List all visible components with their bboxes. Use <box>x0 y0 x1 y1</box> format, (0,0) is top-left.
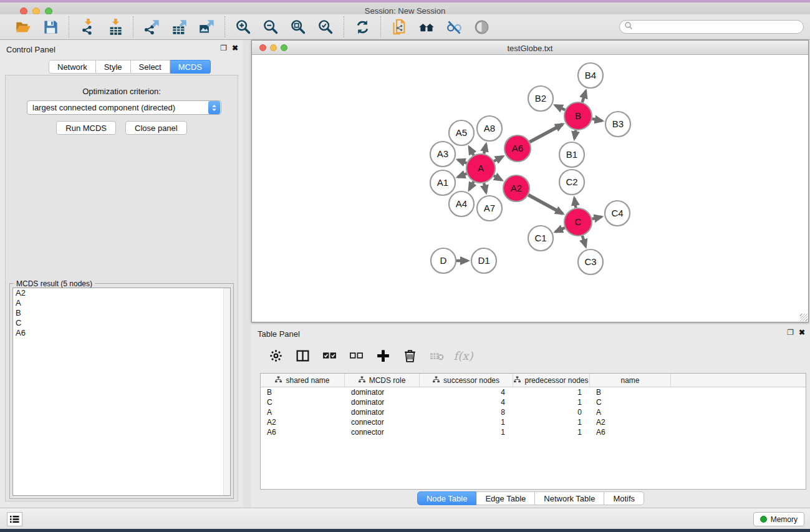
network-window-titlebar[interactable]: testGlobe.txt <box>252 41 808 55</box>
zoom-fit-icon[interactable] <box>289 17 307 36</box>
network-canvas[interactable]: B4B2BB3A8A5A6A3B1AA1C2A2A4A7C4CC1C3DD1 <box>252 55 808 322</box>
zoom-out-icon[interactable] <box>261 17 280 36</box>
result-scrollbar[interactable] <box>223 288 230 495</box>
node-A1[interactable]: A1 <box>430 170 455 195</box>
column-visibility-icon[interactable] <box>294 347 311 364</box>
node-B3[interactable]: B3 <box>605 112 630 137</box>
node-C4[interactable]: C4 <box>605 201 630 226</box>
edge-C-C1[interactable] <box>556 228 565 232</box>
mcds-result-item[interactable]: A <box>13 298 230 308</box>
column-header-name[interactable]: name <box>590 374 671 387</box>
table-row[interactable]: A6connector11A6 <box>261 427 806 437</box>
table-row[interactable]: Adominator80A <box>261 407 806 417</box>
export-table-icon[interactable] <box>170 17 188 36</box>
home-icon[interactable] <box>417 17 436 36</box>
column-header-successor-nodes[interactable]: successor nodes <box>420 374 513 387</box>
show-grouping-icon[interactable] <box>472 17 491 36</box>
node-A6[interactable]: A6 <box>504 135 531 162</box>
network-from-selection-icon[interactable] <box>390 17 408 36</box>
save-session-icon[interactable] <box>41 17 60 36</box>
add-column-icon[interactable] <box>375 347 391 364</box>
edge-A-A3[interactable] <box>458 160 466 163</box>
node-A7[interactable]: A7 <box>477 196 502 221</box>
edge-A-A5[interactable] <box>469 147 473 155</box>
edge-A-A6[interactable] <box>494 157 503 162</box>
memory-button[interactable]: Memory <box>753 512 804 526</box>
node-A[interactable]: A <box>466 154 495 183</box>
edge-A-A2[interactable] <box>494 176 502 180</box>
tab-network-table[interactable]: Network Table <box>535 491 604 505</box>
table-row[interactable]: A2connector11A2 <box>261 417 806 427</box>
node-A2[interactable]: A2 <box>503 175 529 201</box>
float-table-panel-icon[interactable]: ❐ <box>787 328 794 337</box>
mcds-result-item[interactable]: C <box>13 318 230 328</box>
tab-network[interactable]: Network <box>49 60 96 74</box>
edge-A6-B[interactable] <box>529 124 562 142</box>
table-row[interactable]: Cdominator41C <box>261 397 806 407</box>
criterion-dropdown[interactable]: largest connected component (directed) <box>27 100 221 115</box>
node-table[interactable]: shared nameMCDS rolesuccessor nodesprede… <box>260 373 806 490</box>
node-A8[interactable]: A8 <box>477 116 502 141</box>
column-header-MCDS-role[interactable]: MCDS role <box>345 374 420 387</box>
zoom-selected-icon[interactable] <box>316 17 335 36</box>
close-table-panel-icon[interactable]: ✖ <box>799 328 805 337</box>
delete-column-icon[interactable] <box>402 347 418 364</box>
close-panel-button[interactable]: Close panel <box>125 121 187 135</box>
zoom-in-icon[interactable] <box>234 17 253 36</box>
edge-C-C4[interactable] <box>592 217 601 219</box>
import-table-icon[interactable] <box>105 17 124 36</box>
node-B[interactable]: B <box>564 102 592 130</box>
tab-style[interactable]: Style <box>96 60 131 74</box>
edge-B-B2[interactable] <box>556 105 566 110</box>
edge-A-A4[interactable] <box>469 181 473 190</box>
table-settings-icon[interactable] <box>268 347 284 364</box>
search-input[interactable] <box>633 22 789 31</box>
node-A5[interactable]: A5 <box>449 120 474 145</box>
tab-mcds[interactable]: MCDS <box>170 60 211 74</box>
node-C[interactable]: C <box>564 208 592 236</box>
hide-graphics-details-icon[interactable] <box>445 17 463 36</box>
node-B4[interactable]: B4 <box>578 63 603 88</box>
mcds-result-item[interactable]: A2 <box>13 288 230 298</box>
column-header-shared-name[interactable]: shared name <box>261 374 345 387</box>
mcds-result-item[interactable]: A6 <box>13 328 230 338</box>
edge-B-B4[interactable] <box>582 91 586 102</box>
close-panel-icon[interactable]: ✖ <box>232 44 238 52</box>
run-mcds-button[interactable]: Run MCDS <box>56 121 116 135</box>
tab-motifs[interactable]: Motifs <box>604 491 644 505</box>
import-network-icon[interactable] <box>78 17 97 36</box>
edge-B-B3[interactable] <box>592 119 602 121</box>
select-all-rows-icon[interactable] <box>321 347 337 364</box>
edge-B-B1[interactable] <box>574 130 576 139</box>
node-C1[interactable]: C1 <box>528 226 553 251</box>
column-header-predecessor-nodes[interactable]: predecessor nodes <box>513 374 590 387</box>
node-D[interactable]: D <box>431 248 456 273</box>
resize-grip[interactable] <box>800 314 808 321</box>
tab-edge-table[interactable]: Edge Table <box>476 491 535 505</box>
task-history-button[interactable] <box>7 512 22 526</box>
export-image-icon[interactable] <box>197 17 216 36</box>
edge-C-C2[interactable] <box>574 198 576 208</box>
node-B2[interactable]: B2 <box>528 86 553 111</box>
edge-C-C3[interactable] <box>582 236 586 246</box>
node-D1[interactable]: D1 <box>471 248 496 273</box>
refresh-view-icon[interactable] <box>353 17 372 36</box>
deselect-all-rows-icon[interactable] <box>348 347 364 364</box>
open-file-icon[interactable] <box>14 17 32 36</box>
float-panel-icon[interactable]: ❐ <box>220 44 227 52</box>
tab-select[interactable]: Select <box>131 60 170 74</box>
tab-node-table[interactable]: Node Table <box>417 491 477 505</box>
edge-A-A7[interactable] <box>484 183 486 192</box>
edge-A-A8[interactable] <box>484 144 486 153</box>
node-A4[interactable]: A4 <box>449 191 474 216</box>
edge-A2-C[interactable] <box>528 195 562 214</box>
mcds-result-item[interactable]: B <box>13 308 230 318</box>
node-C2[interactable]: C2 <box>559 170 584 195</box>
node-B1[interactable]: B1 <box>559 142 584 167</box>
search-box[interactable] <box>619 20 804 34</box>
edge-A-A1[interactable] <box>458 173 466 177</box>
table-row[interactable]: Bdominator41B <box>261 387 806 397</box>
node-A3[interactable]: A3 <box>430 142 455 167</box>
export-network-icon[interactable] <box>142 17 161 36</box>
node-C3[interactable]: C3 <box>578 249 603 274</box>
